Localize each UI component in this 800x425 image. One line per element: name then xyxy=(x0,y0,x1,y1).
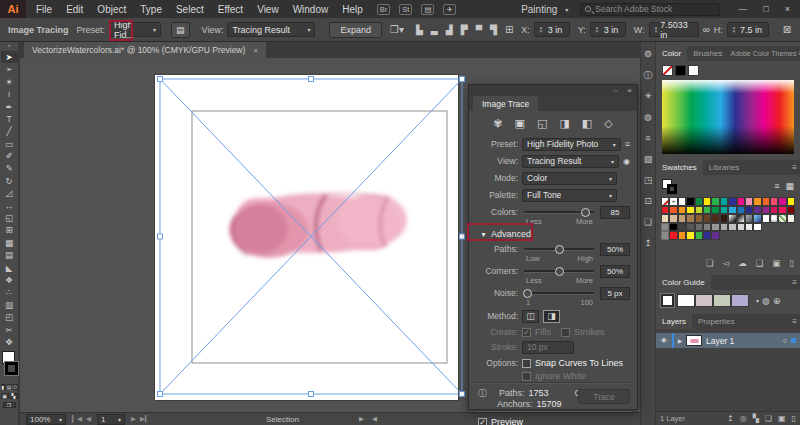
pathfinder-panel-icon[interactable]: ❏ xyxy=(644,218,652,227)
constrain-proportions-icon[interactable]: ∞ xyxy=(703,24,710,35)
screen-mode-button[interactable]: ❒ xyxy=(3,402,16,408)
swatch[interactable] xyxy=(778,214,786,223)
gradient-button[interactable]: ▤ xyxy=(7,384,12,390)
low-color-preset-icon[interactable]: ◱ xyxy=(537,117,547,130)
slice-tool[interactable]: ✂ xyxy=(1,324,18,336)
eye-icon[interactable]: ◉ xyxy=(623,157,630,166)
slider-thumb[interactable] xyxy=(555,267,564,276)
paths-value[interactable]: 50% xyxy=(600,243,630,256)
panel-menu-icon[interactable]: ≡ xyxy=(792,163,797,172)
mode-dropdown[interactable]: Color ▾ xyxy=(522,172,617,185)
swatch[interactable] xyxy=(787,197,795,206)
grayscale-preset-icon[interactable]: ◨ xyxy=(559,117,569,130)
rotate-tool[interactable]: ↻ xyxy=(1,175,18,187)
align-middle-icon[interactable]: ▀ xyxy=(476,25,482,35)
swatches-fill-stroke[interactable] xyxy=(662,179,678,194)
none-button[interactable]: ∅ xyxy=(13,384,18,390)
new-layer-icon[interactable]: ▣ xyxy=(778,414,786,423)
swatch[interactable] xyxy=(770,206,778,215)
close-button[interactable]: × xyxy=(785,4,790,14)
swatch[interactable] xyxy=(703,231,711,240)
document-tab[interactable]: VectorizeWatercolors.ai* @ 100% (CMYK/GP… xyxy=(24,42,266,58)
swatch[interactable] xyxy=(728,197,736,206)
swatch[interactable] xyxy=(661,197,669,206)
appearance-icon[interactable]: ☀ xyxy=(644,92,652,101)
image-trace-tab[interactable]: Image Trace xyxy=(473,96,538,111)
stepper-icon[interactable]: ▲▼ xyxy=(654,26,658,34)
swatch[interactable] xyxy=(737,223,745,232)
swatch[interactable] xyxy=(778,206,786,215)
black-swatch[interactable] xyxy=(675,65,686,76)
tab-libraries[interactable]: Libraries xyxy=(703,160,746,175)
magic-wand-tool[interactable]: ✶ xyxy=(1,76,18,88)
align-top-icon[interactable]: ▛ xyxy=(461,25,468,35)
shape-builder-tool[interactable]: ◱ xyxy=(1,212,18,224)
strokes-checkbox[interactable] xyxy=(561,328,570,337)
minimize-button[interactable]: — xyxy=(738,4,747,14)
swatch[interactable] xyxy=(695,214,703,223)
status-collapse-icon[interactable]: ◀ xyxy=(372,415,377,423)
color-spectrum[interactable] xyxy=(662,80,794,154)
libraries-sync-icon[interactable]: ☁ xyxy=(738,258,747,268)
none-swatch[interactable] xyxy=(662,65,673,76)
method-abutting-button[interactable]: ◫ xyxy=(522,310,539,323)
selected-art-indicator[interactable] xyxy=(791,338,796,343)
swatch[interactable] xyxy=(686,197,694,206)
swatch[interactable] xyxy=(695,231,703,240)
swatch[interactable] xyxy=(686,223,694,232)
swatch[interactable] xyxy=(745,223,753,232)
stepper-icon[interactable]: ▲▼ xyxy=(539,26,543,34)
swatch[interactable] xyxy=(728,214,736,223)
swatch[interactable] xyxy=(711,231,719,240)
rectangle-tool[interactable]: ▭ xyxy=(1,138,18,150)
zoom-dropdown[interactable]: 100% ▾ xyxy=(26,414,66,425)
new-color-group-icon[interactable]: ❑ xyxy=(756,258,764,268)
w-field[interactable]: ▲▼ 7.5033 in xyxy=(649,22,699,37)
swatch[interactable] xyxy=(745,197,753,206)
mesh-tool[interactable]: ▦ xyxy=(1,237,18,249)
swatch[interactable] xyxy=(787,206,795,215)
swatch[interactable] xyxy=(753,197,761,206)
swatch[interactable] xyxy=(661,206,669,215)
eyedropper-tool[interactable]: ◣ xyxy=(1,262,18,274)
tab-color-guide[interactable]: Color Guide xyxy=(656,275,711,290)
workspace-switcher-icon[interactable]: ▤ xyxy=(421,4,434,15)
swatch[interactable] xyxy=(711,214,719,223)
fills-checkbox[interactable]: ✓ xyxy=(522,328,531,337)
menu-window[interactable]: Window xyxy=(293,4,329,15)
preset-dropdown[interactable]: High Fid... ▾ xyxy=(109,22,161,37)
expand-chevron-icon[interactable]: ▶ xyxy=(674,337,686,344)
info-icon[interactable]: ⓘ xyxy=(644,71,653,80)
stock-icon[interactable]: St xyxy=(399,4,412,15)
swatch[interactable] xyxy=(695,197,703,206)
slider-thumb[interactable] xyxy=(523,289,532,298)
swatch[interactable] xyxy=(669,223,677,232)
swatch[interactable] xyxy=(695,223,703,232)
make-mask-icon[interactable]: ▚ xyxy=(753,414,759,423)
swatch-kinds-icon[interactable]: ◅ xyxy=(723,258,730,268)
type-tool[interactable]: T xyxy=(1,113,18,125)
menu-file[interactable]: File xyxy=(36,4,52,15)
palette-dropdown[interactable]: Full Tone ▾ xyxy=(522,189,617,202)
align-bottom-icon[interactable]: ▜ xyxy=(490,25,497,35)
blend-tool[interactable]: ❖ xyxy=(1,274,18,286)
swatch[interactable] xyxy=(678,223,686,232)
stroke-panel-icon[interactable]: ≡ xyxy=(645,134,650,143)
swatch[interactable] xyxy=(711,206,719,215)
collapse-panel-icon[interactable]: ⇔ xyxy=(612,87,619,94)
swatch[interactable] xyxy=(787,214,795,223)
layer-row[interactable]: 👁 ▶ Layer 1 ○ xyxy=(656,333,800,348)
swatch[interactable] xyxy=(720,214,728,223)
share-icon[interactable]: ✈ xyxy=(443,4,455,15)
delete-swatch-icon[interactable]: ▯ xyxy=(789,258,794,268)
color-button[interactable]: ▮ xyxy=(1,384,6,390)
swatch[interactable] xyxy=(711,197,719,206)
swatch[interactable] xyxy=(745,206,753,215)
direct-selection-tool[interactable]: ➢ xyxy=(1,63,18,75)
pen-tool[interactable]: ✒ xyxy=(1,101,18,113)
swatch-libraries-icon[interactable]: ❏ xyxy=(706,258,714,268)
last-artboard-icon[interactable]: ▶▎ xyxy=(140,415,150,423)
isolate-icon[interactable]: ⊠ xyxy=(783,24,791,35)
graphic-styles-icon[interactable]: ◍ xyxy=(644,113,652,122)
preset-dropdown[interactable]: High Fidelity Photo ▾ xyxy=(522,138,621,151)
